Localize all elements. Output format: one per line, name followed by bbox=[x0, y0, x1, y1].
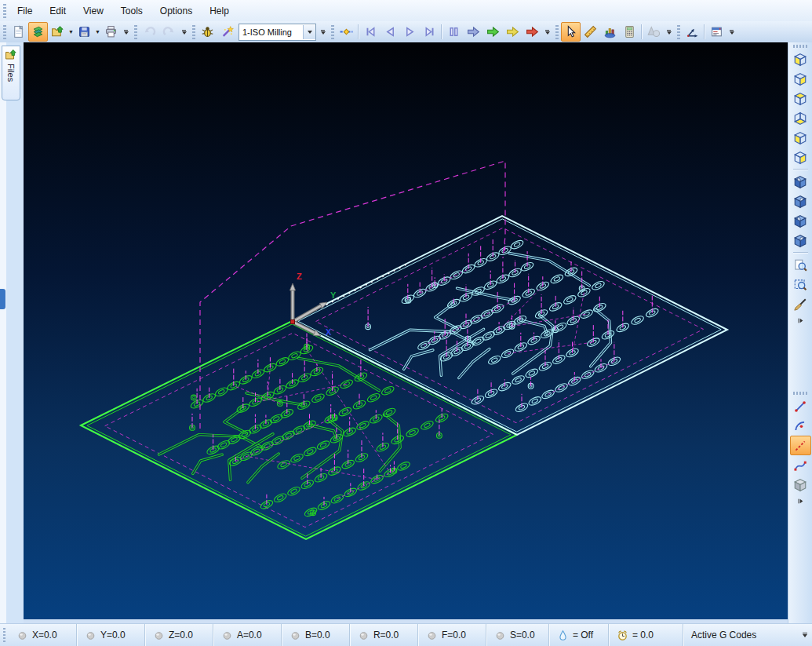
panel-splitter-handle[interactable] bbox=[0, 289, 5, 309]
status-coolant-status: = Off bbox=[549, 624, 609, 646]
view-front-button[interactable] bbox=[790, 128, 811, 148]
toolbar-overflow-button[interactable] bbox=[665, 23, 672, 41]
spline-tool-button[interactable] bbox=[790, 455, 811, 475]
iso-view-sw-button[interactable] bbox=[790, 172, 811, 192]
app-window: FileEditViewToolsOptionsHelp ▼▼1-ISO Mil… bbox=[0, 0, 812, 646]
iso-nw-icon bbox=[793, 234, 807, 248]
pause-button[interactable] bbox=[444, 22, 464, 42]
run-medium-button[interactable] bbox=[483, 22, 503, 42]
solids-button[interactable] bbox=[644, 22, 664, 42]
show-axes-button[interactable] bbox=[683, 22, 702, 42]
files-panel-tab[interactable]: Files bbox=[2, 46, 20, 100]
zoom-extents-button[interactable] bbox=[790, 255, 811, 275]
toolpath-scene: ZYX bbox=[24, 42, 788, 619]
view-top-button[interactable] bbox=[790, 89, 811, 108]
open-file-button[interactable] bbox=[48, 22, 67, 42]
right-dock-strip bbox=[788, 42, 812, 624]
single-block-button[interactable] bbox=[337, 22, 356, 42]
axes-icon bbox=[686, 25, 699, 38]
menu-tools[interactable]: Tools bbox=[112, 2, 151, 20]
redraw-button[interactable] bbox=[790, 294, 811, 314]
status-a-position-value: A=0.0 bbox=[237, 630, 262, 641]
toolbar-overflow-button[interactable] bbox=[122, 23, 129, 41]
arc-tool-button[interactable] bbox=[790, 416, 811, 436]
toolbar-expand-button[interactable] bbox=[791, 495, 810, 506]
run-fast-button[interactable] bbox=[503, 22, 523, 42]
toolbar-overflow-button[interactable] bbox=[544, 23, 551, 41]
menu-edit[interactable]: Edit bbox=[41, 2, 75, 20]
line-tool-button[interactable] bbox=[790, 396, 811, 416]
zoom-extents-icon bbox=[793, 258, 807, 272]
open-file-icon bbox=[51, 25, 64, 38]
status-a-position: A=0.0 bbox=[213, 624, 282, 646]
step-back-button[interactable] bbox=[381, 22, 400, 42]
toolbar-overflow-button[interactable] bbox=[180, 23, 188, 41]
status-machine-time: = 0.0 bbox=[609, 624, 683, 646]
iso-view-se-button[interactable] bbox=[790, 192, 811, 211]
solid-view-button[interactable] bbox=[790, 475, 811, 495]
redo-button[interactable] bbox=[159, 22, 179, 42]
select-tool-button[interactable] bbox=[561, 22, 581, 42]
calculator-button[interactable] bbox=[620, 22, 639, 42]
toolbar-overflow-button[interactable] bbox=[728, 23, 735, 41]
pointer-icon bbox=[564, 25, 577, 38]
play-icon bbox=[403, 25, 417, 38]
run-slow-button[interactable] bbox=[464, 22, 483, 42]
go-first-button[interactable] bbox=[361, 22, 381, 42]
menu-file[interactable]: File bbox=[9, 2, 41, 20]
toolbar-grip bbox=[555, 25, 559, 39]
operation-select[interactable]: 1-ISO Milling bbox=[239, 24, 316, 41]
rapid-line-tool-button[interactable] bbox=[790, 436, 811, 455]
zoom-window-button[interactable] bbox=[790, 275, 811, 294]
statistics-icon bbox=[603, 25, 617, 38]
workspace: Files ZYX bbox=[0, 42, 812, 624]
iso-view-nw-button[interactable] bbox=[790, 231, 811, 250]
run-fast-icon bbox=[506, 25, 519, 38]
new-file-button[interactable] bbox=[9, 22, 28, 42]
operation-select-dropdown-button[interactable] bbox=[303, 25, 315, 39]
toolbar-separator bbox=[704, 24, 705, 39]
toolbar-expand-button[interactable] bbox=[791, 315, 810, 326]
new-file-icon bbox=[12, 25, 25, 38]
view-left-button[interactable] bbox=[790, 49, 811, 69]
expand-icon bbox=[796, 316, 806, 326]
print-button[interactable] bbox=[101, 22, 121, 42]
view-bottom-button[interactable] bbox=[790, 108, 811, 128]
statusbar-overflow-button[interactable] bbox=[801, 633, 809, 637]
coolant-icon bbox=[557, 630, 569, 641]
zoom-window-icon bbox=[793, 278, 807, 292]
play-button[interactable] bbox=[400, 22, 420, 42]
toolbar-overflow-button[interactable] bbox=[319, 23, 326, 41]
run-max-button[interactable] bbox=[523, 22, 542, 42]
iso-se-icon bbox=[793, 195, 807, 209]
status-b-position: B=0.0 bbox=[282, 624, 350, 646]
gcode-window-icon bbox=[710, 25, 723, 38]
iso-view-ne-button[interactable] bbox=[790, 211, 811, 231]
view-back-button[interactable] bbox=[790, 148, 811, 167]
status-bar: X=0.0Y=0.0Z=0.0A=0.0B=0.0R=0.0F=0.0S=0.0… bbox=[0, 623, 812, 646]
view-right-button[interactable] bbox=[790, 69, 811, 89]
position-icon bbox=[221, 630, 233, 641]
wizard-button[interactable] bbox=[217, 22, 237, 42]
status-spindle-speed: S=0.0 bbox=[486, 624, 549, 646]
undo-button[interactable] bbox=[140, 22, 159, 42]
save-button[interactable] bbox=[75, 22, 94, 42]
menu-help[interactable]: Help bbox=[201, 2, 238, 20]
open-file-button-dropdown[interactable]: ▼ bbox=[67, 23, 75, 41]
viewport-3d[interactable]: ZYX bbox=[24, 42, 788, 619]
go-last-button[interactable] bbox=[420, 22, 439, 42]
measure-icon bbox=[584, 25, 597, 38]
menu-view[interactable]: View bbox=[75, 2, 112, 20]
status-b-position-value: B=0.0 bbox=[305, 630, 330, 641]
run-slow-icon bbox=[467, 25, 480, 38]
toolbar-grip bbox=[3, 25, 6, 39]
layers-button[interactable] bbox=[28, 22, 48, 42]
gcode-window-button[interactable] bbox=[707, 22, 726, 42]
toolbar-grip bbox=[677, 25, 680, 39]
save-button-dropdown[interactable]: ▼ bbox=[94, 23, 101, 41]
statistics-button[interactable] bbox=[600, 22, 620, 42]
menu-options[interactable]: Options bbox=[151, 2, 201, 20]
debug-button[interactable] bbox=[198, 22, 217, 42]
position-icon bbox=[153, 630, 165, 641]
measure-button[interactable] bbox=[581, 22, 600, 42]
